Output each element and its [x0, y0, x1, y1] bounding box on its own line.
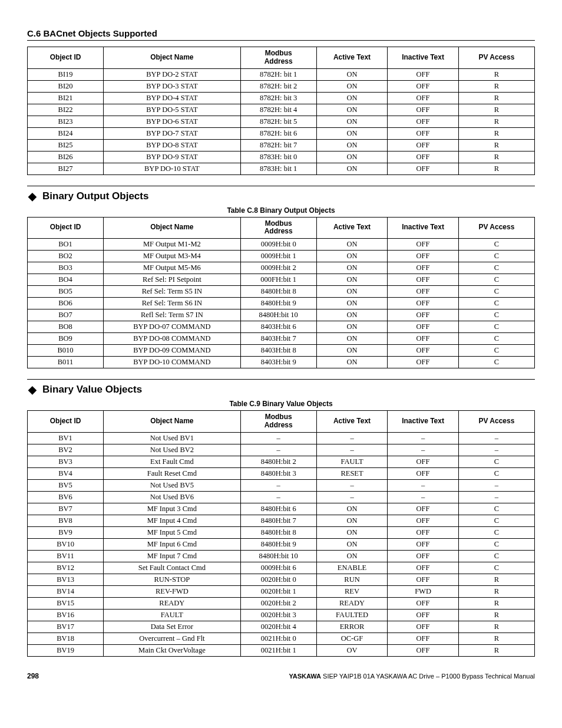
cell-act: OV [316, 644, 388, 656]
table-row: BV16FAULT0020H:bit 3FAULTEDOFFR [28, 609, 535, 621]
table-row: BO3MF Output M5-M60009H:bit 2ONOFFC [28, 262, 535, 274]
cell-inact: OFF [388, 644, 459, 656]
cell-id: BI21 [28, 92, 104, 104]
cell-act: ON [316, 163, 388, 174]
table-row: BO9BYP DO-08 COMMAND8403H:bit 7ONOFFC [28, 333, 535, 345]
cell-act: – [316, 491, 388, 503]
cell-pv: C [458, 562, 534, 574]
cell-inact: OFF [388, 515, 459, 526]
cell-mod: 0020H:bit 1 [240, 585, 316, 597]
cell-name: MF Output M3-M4 [104, 251, 240, 262]
cell-pv: R [458, 80, 534, 92]
table-row: BV15READY0020H:bit 2READYOFFR [28, 597, 535, 609]
table-header-row: Object ID Object Name ModbusAddress Acti… [28, 47, 535, 69]
cell-act: ON [316, 309, 388, 321]
cell-inact: OFF [388, 562, 459, 574]
cell-pv: R [458, 597, 534, 609]
cell-pv: – [458, 491, 534, 503]
th-object-name: Object Name [104, 411, 240, 433]
table-row: BO8BYP DO-07 COMMAND8403H:bit 6ONOFFC [28, 321, 535, 333]
cell-act: FAULT [316, 456, 388, 467]
cell-pv: C [458, 467, 534, 479]
cell-mod: 0020H:bit 4 [240, 621, 316, 633]
cell-act: ON [316, 286, 388, 298]
cell-act: ON [316, 503, 388, 515]
table-header-row: Object ID Object Name ModbusAddress Acti… [28, 411, 535, 433]
cell-name: REV-FWD [104, 585, 240, 597]
cell-mod: – [240, 479, 316, 491]
th-object-id: Object ID [28, 217, 104, 239]
table-header-row: Object ID Object Name ModbusAddress Acti… [28, 217, 535, 239]
cell-mod: 8480H:bit 9 [240, 298, 316, 309]
cell-id: BI24 [28, 127, 104, 139]
cell-pv: R [458, 116, 534, 127]
diamond-icon: ◆ [28, 383, 37, 396]
cell-act: ON [316, 333, 388, 345]
table-row: BO5Ref Sel: Term S5 IN8480H:bit 8ONOFFC [28, 286, 535, 298]
cell-name: MF Input 3 Cmd [104, 503, 240, 515]
cell-mod: 8403H:bit 9 [240, 357, 316, 368]
table-row: BV6Not Used BV6–––– [28, 491, 535, 503]
cell-inact: OFF [388, 309, 459, 321]
cell-pv: R [458, 609, 534, 621]
cell-name: Not Used BV6 [104, 491, 240, 503]
diamond-icon: ◆ [28, 190, 37, 203]
page-footer: 298 YASKAWA SIEP YAIP1B 01A YASKAWA AC D… [27, 672, 535, 680]
cell-inact: FWD [388, 585, 459, 597]
cell-pv: C [458, 274, 534, 286]
cell-inact: OFF [388, 633, 459, 644]
table-caption-c8: Table C.8 Binary Output Objects [27, 206, 535, 215]
cell-id: BV10 [28, 538, 104, 550]
cell-inact: OFF [388, 621, 459, 633]
cell-name: MF Input 5 Cmd [104, 526, 240, 538]
cell-pv: C [458, 298, 534, 309]
cell-act: – [316, 479, 388, 491]
cell-name: RUN-STOP [104, 574, 240, 585]
th-modbus-addr: ModbusAddress [240, 411, 316, 433]
cell-name: Fault Reset Cmd [104, 467, 240, 479]
cell-name: BYP DO-2 STAT [104, 68, 240, 80]
table-row: BO4Ref Sel: PI Setpoint000FH:bit 1ONOFFC [28, 274, 535, 286]
cell-inact: OFF [388, 163, 459, 174]
cell-name: BYP DO-08 COMMAND [104, 333, 240, 345]
table-row: BI27BYP DO-10 STAT8783H: bit 1ONOFFR [28, 163, 535, 174]
cell-name: Not Used BV2 [104, 444, 240, 456]
section-header: C.6 BACnet Objects Supported [27, 28, 535, 41]
cell-inact: OFF [388, 80, 459, 92]
cell-id: BO7 [28, 309, 104, 321]
table-row: BI23BYP DO-6 STAT8782H: bit 5ONOFFR [28, 116, 535, 127]
cell-act: ON [316, 538, 388, 550]
table-row: BV11MF Input 7 Cmd8480H:bit 10ONOFFC [28, 550, 535, 562]
cell-act: ON [316, 251, 388, 262]
cell-act: ENABLE [316, 562, 388, 574]
table-row: B010BYP DO-09 COMMAND8403H:bit 8ONOFFC [28, 345, 535, 357]
cell-mod: 8480H:bit 9 [240, 538, 316, 550]
cell-id: BI23 [28, 116, 104, 127]
cell-inact: OFF [388, 151, 459, 163]
cell-pv: R [458, 151, 534, 163]
cell-name: READY [104, 597, 240, 609]
cell-name: MF Input 6 Cmd [104, 538, 240, 550]
th-inactive-text: Inactive Text [388, 47, 459, 69]
cell-id: BO6 [28, 298, 104, 309]
th-object-name: Object Name [104, 47, 240, 69]
cell-id: BI20 [28, 80, 104, 92]
cell-mod: 0009H:bit 6 [240, 562, 316, 574]
cell-mod: 0009H:bit 0 [240, 239, 316, 251]
subsection-binary-output: ◆ Binary Output Objects [27, 186, 535, 203]
cell-pv: – [458, 479, 534, 491]
cell-mod: – [240, 491, 316, 503]
cell-pv: C [458, 262, 534, 274]
table-row: BI25BYP DO-8 STAT8782H: bit 7ONOFFR [28, 139, 535, 151]
cell-act: ON [316, 116, 388, 127]
table-row: BO2MF Output M3-M40009H:bit 1ONOFFC [28, 251, 535, 262]
cell-name: FAULT [104, 609, 240, 621]
cell-act: ON [316, 298, 388, 309]
cell-pv: R [458, 585, 534, 597]
cell-id: BV14 [28, 585, 104, 597]
th-pv-access: PV Access [458, 47, 534, 69]
cell-inact: OFF [388, 139, 459, 151]
cell-inact: – [388, 444, 459, 456]
table-row: BV17Data Set Error0020H:bit 4ERROROFFR [28, 621, 535, 633]
cell-pv: C [458, 251, 534, 262]
